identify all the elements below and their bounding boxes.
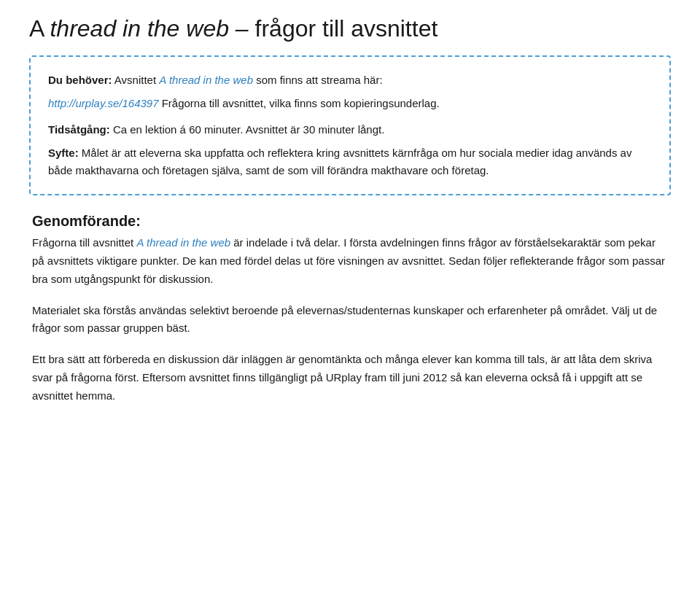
tidsatgang-paragraph: Tidsåtgång: Ca en lektion á 60 minuter. … [48, 121, 652, 139]
du-behoever-text-suffix: som finns att streama här: [253, 74, 383, 86]
du-behoever-text-prefix: Avsnittet [114, 74, 159, 86]
syfte-paragraph: Syfte: Målet är att eleverna ska uppfatt… [48, 144, 652, 179]
syfte-label: Syfte: [48, 147, 79, 159]
page-title: A thread in the web – frågor till avsnit… [29, 15, 671, 42]
tidsatgang-text: Ca en lektion á 60 minuter. Avsnittet är… [110, 123, 385, 136]
para1: Frågorna till avsnittet A thread in the … [32, 234, 668, 288]
main-content: Genomförande: Frågorna till avsnittet A … [29, 213, 671, 405]
title-suffix: – frågor till avsnittet [229, 15, 438, 42]
genomforande-heading: Genomförande: [32, 213, 668, 230]
thread-in-web-link1[interactable]: A thread in the web [159, 74, 253, 86]
para1-italic: A thread in the web [136, 236, 230, 249]
tidsatgang-label: Tidsåtgång: [48, 123, 110, 136]
du-behoever-paragraph: Du behöver: Avsnittet A thread in the we… [48, 71, 652, 89]
para3: Ett bra sätt att förbereda en diskussion… [32, 351, 668, 405]
urplay-link-paragraph: http://urplay.se/164397 Frågorna till av… [48, 95, 652, 112]
info-box: Du behöver: Avsnittet A thread in the we… [29, 55, 671, 195]
du-behoever-label: Du behöver: [48, 74, 112, 86]
para1-prefix: Frågorna till avsnittet [32, 236, 136, 249]
link-text2: Frågorna till avsnittet, vilka finns som… [159, 97, 440, 109]
urplay-link[interactable]: http://urplay.se/164397 [48, 97, 159, 109]
para2: Materialet ska förstås användas selektiv… [32, 302, 668, 338]
title-italic: thread in the web [50, 15, 229, 42]
syfte-text: Målet är att eleverna ska uppfatta och r… [48, 147, 631, 176]
title-prefix: A [29, 15, 50, 42]
